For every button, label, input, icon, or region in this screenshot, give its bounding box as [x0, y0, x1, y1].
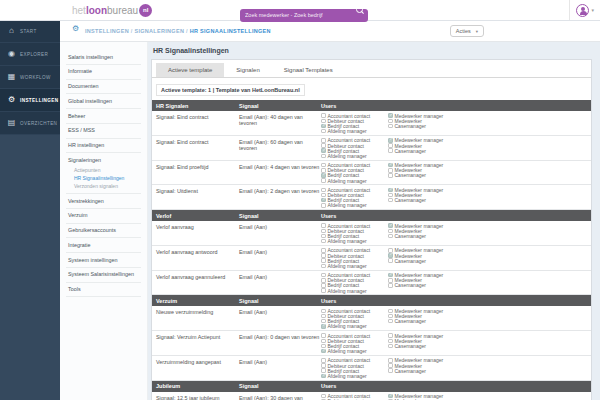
menu-item-documenten[interactable]: Documenten [68, 83, 139, 90]
user-checkbox[interactable] [321, 278, 326, 283]
user-checkbox[interactable] [321, 363, 326, 368]
user-checkbox[interactable] [388, 223, 393, 228]
user-checkbox[interactable] [321, 188, 326, 193]
user-checkbox[interactable] [321, 234, 326, 239]
user-checkbox[interactable] [321, 203, 326, 208]
menu-item-informatie[interactable]: Informatie [68, 68, 139, 75]
user-checkbox[interactable] [321, 154, 326, 159]
user-checkbox[interactable] [321, 239, 326, 244]
logo[interactable]: hetloonbureaunl [72, 3, 152, 17]
search-input[interactable] [240, 9, 368, 22]
user-checkbox[interactable] [388, 394, 393, 399]
user-checkbox[interactable] [388, 253, 393, 258]
user-checkbox[interactable] [388, 344, 393, 349]
tab-actieve-template[interactable]: Actieve template [156, 63, 224, 77]
user-checkbox[interactable] [321, 258, 326, 263]
user-checkbox[interactable] [321, 248, 326, 253]
user-checkbox[interactable] [321, 253, 326, 258]
user-checkbox[interactable] [388, 258, 393, 263]
user-checkbox[interactable] [388, 333, 393, 338]
sidebar-item-overzichten[interactable]: ▤OVERZICHTEN [0, 112, 60, 135]
user-checkbox[interactable] [388, 119, 393, 124]
search-icon[interactable] [356, 6, 363, 13]
user-checkbox[interactable] [388, 113, 393, 118]
sidebar-item-instellingen[interactable]: ⚙INSTELLINGEN [0, 89, 60, 112]
user-checkbox[interactable] [388, 314, 393, 319]
breadcrumb-segment[interactable]: HR SIGNAALINSTELLINGEN [190, 28, 271, 34]
tab-signaal-templates[interactable]: Signaal Templates [272, 63, 345, 77]
user-checkbox[interactable] [388, 168, 393, 173]
menu-item-systeem-salarisinstellingen[interactable]: Systeem Salarisinstellingen [68, 271, 139, 278]
user-checkbox[interactable] [321, 148, 326, 153]
menu-item-verzuim[interactable]: Verzuim [68, 212, 139, 219]
menu-subitem-verzonden-signalen[interactable]: Verzonden signalen [74, 182, 139, 190]
sidebar-item-start[interactable]: ⌂START [0, 20, 60, 43]
user-checkbox[interactable] [388, 229, 393, 234]
user-checkbox[interactable] [388, 148, 393, 153]
user-checkbox[interactable] [388, 273, 393, 278]
user-checkbox[interactable] [388, 163, 393, 168]
user-checkbox[interactable] [321, 273, 326, 278]
user-checkbox[interactable] [388, 143, 393, 148]
user-checkbox[interactable] [321, 178, 326, 183]
user-checkbox[interactable] [321, 264, 326, 269]
menu-item-gebruikersaccounts[interactable]: Gebruikersaccounts [68, 227, 139, 234]
user-checkbox[interactable] [321, 129, 326, 134]
user-checkbox[interactable] [321, 339, 326, 344]
user-checkbox[interactable] [388, 283, 393, 288]
user-checkbox[interactable] [321, 173, 326, 178]
user-checkbox[interactable] [321, 223, 326, 228]
menu-subitem-actiepunten[interactable]: Actiepunten [74, 166, 139, 174]
breadcrumb-segment[interactable]: SIGNALERINGEN [134, 28, 184, 34]
user-checkbox[interactable] [388, 363, 393, 368]
menu-item-signaleringen[interactable]: Signaleringen [68, 157, 139, 164]
user-checkbox[interactable] [321, 324, 326, 329]
menu-subitem-hr-signaalinstellingen[interactable]: HR Signaalinstellingen [74, 174, 139, 182]
menu-item-systeem-instellingen[interactable]: Systeem instellingen [68, 257, 139, 264]
user-checkbox[interactable] [388, 193, 393, 198]
menu-item-beheer[interactable]: Beheer [68, 113, 139, 120]
user-checkbox[interactable] [388, 138, 393, 143]
user-checkbox[interactable] [321, 124, 326, 129]
menu-item-global-instellingen[interactable]: Global instellingen [68, 98, 139, 105]
user-checkbox[interactable] [321, 283, 326, 288]
menu-item-integratie[interactable]: Integratie [68, 242, 139, 249]
user-checkbox[interactable] [321, 349, 326, 354]
user-checkbox[interactable] [388, 368, 393, 373]
user-menu-button[interactable]: ▾ [576, 4, 594, 17]
user-checkbox[interactable] [321, 358, 326, 363]
user-checkbox[interactable] [388, 278, 393, 283]
tab-signalen[interactable]: Signalen [224, 63, 271, 77]
breadcrumb-segment[interactable]: INSTELLINGEN [85, 28, 129, 34]
sidebar-item-explorer[interactable]: ◉EXPLORER [0, 43, 60, 66]
user-checkbox[interactable] [321, 394, 326, 399]
user-checkbox[interactable] [321, 198, 326, 203]
user-checkbox[interactable] [388, 234, 393, 239]
user-checkbox[interactable] [388, 319, 393, 324]
menu-item-verstrekkingen[interactable]: Verstrekkingen [68, 198, 139, 205]
user-checkbox[interactable] [321, 309, 326, 314]
user-checkbox[interactable] [321, 333, 326, 338]
menu-group: Integratie [66, 238, 141, 253]
menu-item-ess-mss[interactable]: ESS / MSS [68, 127, 139, 134]
user-checkbox[interactable] [321, 138, 326, 143]
user-checkbox[interactable] [388, 358, 393, 363]
user-checkbox[interactable] [321, 374, 326, 379]
user-checkbox[interactable] [388, 173, 393, 178]
user-checkbox[interactable] [388, 188, 393, 193]
user-checkbox[interactable] [321, 229, 326, 234]
user-checkbox[interactable] [321, 163, 326, 168]
user-checkbox[interactable] [321, 314, 326, 319]
menu-item-hr-instellingen[interactable]: HR instellingen [68, 142, 139, 149]
user-checkbox[interactable] [321, 288, 326, 293]
actions-button[interactable]: Acties ▾ [450, 25, 484, 37]
menu-item-salaris-instellingen[interactable]: Salaris instellingen [68, 54, 139, 61]
user-checkbox[interactable] [321, 113, 326, 118]
user-checkbox[interactable] [388, 124, 393, 129]
menu-item-tools[interactable]: Tools [68, 286, 139, 293]
user-checkbox[interactable] [388, 339, 393, 344]
user-checkbox[interactable] [388, 198, 393, 203]
user-checkbox-label: Casemanager [395, 172, 426, 178]
sidebar-item-workflow[interactable]: ▦WORKFLOW [0, 66, 60, 89]
user-checkbox[interactable] [388, 309, 393, 314]
